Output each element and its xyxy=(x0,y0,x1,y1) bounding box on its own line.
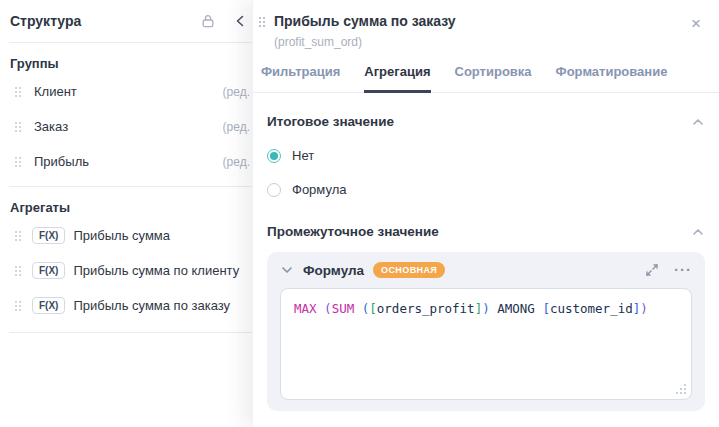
structure-panel-header: Структура xyxy=(0,0,252,42)
formula-code[interactable]: MAX (SUM ([orders_profit]) AMONG [custom… xyxy=(294,301,648,316)
app: Структура Группы xyxy=(0,0,719,427)
intermediate-value-title: Промежуточное значение xyxy=(267,224,439,239)
total-value-section-header: Итоговое значение xyxy=(267,114,705,129)
formula-editor[interactable]: MAX (SUM ([orders_profit]) AMONG [custom… xyxy=(280,288,692,400)
group-label: Клиент xyxy=(34,84,77,99)
group-row[interactable]: Заказ (ред. xyxy=(0,109,252,144)
drawer-body: Итоговое значение Нет Формула xyxy=(253,114,719,411)
divider xyxy=(9,186,252,187)
aggregate-label: Прибыль сумма xyxy=(73,228,170,243)
drawer-title: Прибыль сумма по заказу xyxy=(274,13,679,29)
radio-option[interactable]: Формула xyxy=(267,182,705,197)
formula-token: orders_profit xyxy=(377,301,475,316)
chevron-up-icon[interactable] xyxy=(691,225,705,239)
group-label: Заказ xyxy=(34,119,68,134)
aggregates-header: Агрегаты xyxy=(10,200,242,215)
formula-token: AMONG xyxy=(490,301,543,316)
drag-handle-icon[interactable] xyxy=(258,16,266,28)
radio-option[interactable]: Нет xyxy=(267,148,705,163)
formula-badge: F(X) xyxy=(32,227,65,244)
tab[interactable]: Форматирование xyxy=(556,64,668,93)
formula-card-header: Формула ОСНОВНАЯ ··· xyxy=(280,262,692,278)
drag-handle-icon[interactable] xyxy=(14,156,22,168)
radio-icon[interactable] xyxy=(267,149,281,163)
drawer-titles: Прибыль сумма по заказу (profit_sum_ord) xyxy=(274,13,679,49)
drawer-header: Прибыль сумма по заказу (profit_sum_ord)… xyxy=(253,0,719,49)
structure-panel: Структура Группы xyxy=(0,0,252,427)
resize-grip-icon[interactable] xyxy=(675,383,687,395)
group-row[interactable]: Прибыль (ред. xyxy=(0,144,252,179)
aggregates-list: F(X) Прибыль сумма F(X) Прибыль сумма по… xyxy=(0,218,252,323)
tab[interactable]: Агрегация xyxy=(364,64,430,93)
formula-token: ) xyxy=(640,301,648,316)
radio-icon[interactable] xyxy=(267,183,281,197)
total-value-title: Итоговое значение xyxy=(267,114,394,129)
primary-badge: ОСНОВНАЯ xyxy=(373,262,445,278)
group-row[interactable]: Клиент (ред. xyxy=(0,74,252,109)
aggregate-row[interactable]: F(X) Прибыль сумма по заказу xyxy=(0,288,252,323)
formula-token: customer_id xyxy=(550,301,633,316)
drag-handle-icon[interactable] xyxy=(14,300,22,312)
structure-panel-title: Структура xyxy=(10,13,182,29)
ellipsis-menu-icon[interactable]: ··· xyxy=(674,266,692,274)
radio-label: Формула xyxy=(292,182,346,197)
formula-card-actions: ··· xyxy=(645,263,692,277)
drag-handle-icon[interactable] xyxy=(14,121,22,133)
intermediate-value-section-header: Промежуточное значение xyxy=(267,224,705,239)
group-edit-link[interactable]: (ред. xyxy=(223,120,250,134)
aggregate-label: Прибыль сумма по клиенту xyxy=(73,263,239,278)
total-value-options: Нет Формула xyxy=(267,148,705,197)
divider xyxy=(9,332,252,333)
aggregate-row[interactable]: F(X) Прибыль сумма по клиенту xyxy=(0,253,252,288)
formula-badge: F(X) xyxy=(32,297,65,314)
aggregate-row[interactable]: F(X) Прибыль сумма xyxy=(0,218,252,253)
drawer-subtitle: (profit_sum_ord) xyxy=(274,35,679,49)
group-edit-link[interactable]: (ред. xyxy=(223,155,250,169)
field-settings-drawer: Прибыль сумма по заказу (profit_sum_ord)… xyxy=(252,0,719,427)
tab[interactable]: Фильтрация xyxy=(261,64,340,93)
formula-token: MAX xyxy=(294,301,324,316)
formula-card: Формула ОСНОВНАЯ ··· MAX (SUM ([order xyxy=(267,252,705,411)
groups-header: Группы xyxy=(10,56,242,71)
chevron-up-icon[interactable] xyxy=(691,115,705,129)
formula-token: SUM xyxy=(332,301,362,316)
group-label: Прибыль xyxy=(34,154,89,169)
group-edit-link[interactable]: (ред. xyxy=(223,85,250,99)
formula-token: ( xyxy=(324,301,332,316)
drag-handle-icon[interactable] xyxy=(14,86,22,98)
expand-icon[interactable] xyxy=(645,263,659,277)
formula-badge: F(X) xyxy=(32,262,65,279)
divider xyxy=(9,42,252,43)
tab[interactable]: Сортировка xyxy=(455,64,532,93)
formula-token: [ xyxy=(542,301,550,316)
chevron-down-icon[interactable] xyxy=(280,263,294,277)
drag-handle-icon[interactable] xyxy=(14,230,22,242)
close-icon[interactable]: × xyxy=(687,13,705,34)
groups-list: Клиент (ред. Заказ (ред. xyxy=(0,74,252,179)
lock-icon[interactable] xyxy=(200,13,216,29)
drag-handle-icon[interactable] xyxy=(14,265,22,277)
collapse-panel-icon[interactable] xyxy=(234,14,246,28)
tab-bar: Фильтрация Агрегация Сортировка Форматир… xyxy=(253,49,719,93)
formula-token: ) xyxy=(482,301,490,316)
formula-token: [ xyxy=(369,301,377,316)
aggregate-label: Прибыль сумма по заказу xyxy=(73,298,230,313)
formula-card-title: Формула xyxy=(303,263,364,278)
radio-label: Нет xyxy=(292,148,314,163)
